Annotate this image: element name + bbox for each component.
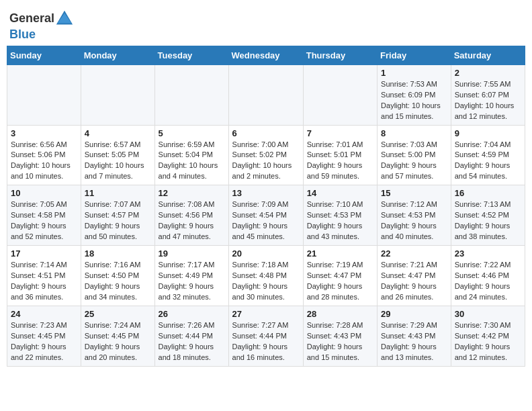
calendar-cell: 8Sunrise: 7:03 AMSunset: 5:00 PMDaylight… [378,125,451,185]
day-number: 3 [11,128,77,138]
weekday-header-wednesday: Wednesday [228,46,303,64]
calendar-cell: 2Sunrise: 7:55 AMSunset: 6:07 PMDaylight… [451,64,525,125]
day-info: Sunrise: 7:00 AMSunset: 5:02 PMDaylight:… [232,140,300,183]
logo: General Blue [9,9,75,42]
calendar-cell: 5Sunrise: 6:59 AMSunset: 5:04 PMDaylight… [154,125,228,185]
logo-icon [55,9,74,28]
day-info: Sunrise: 7:05 AMSunset: 4:58 PMDaylight:… [11,199,77,242]
day-number: 17 [11,248,77,259]
calendar-cell: 7Sunrise: 7:01 AMSunset: 5:01 PMDaylight… [303,125,377,185]
calendar-cell: 20Sunrise: 7:18 AMSunset: 4:48 PMDayligh… [228,246,303,306]
day-info: Sunrise: 7:12 AMSunset: 4:53 PMDaylight:… [381,199,447,242]
day-number: 18 [85,248,151,259]
calendar-cell: 17Sunrise: 7:14 AMSunset: 4:51 PMDayligh… [7,246,81,306]
page-header: General Blue [7,7,525,42]
day-number: 14 [307,188,373,198]
day-number: 25 [85,309,151,319]
day-info: Sunrise: 7:30 AMSunset: 4:42 PMDaylight:… [455,320,521,363]
day-number: 28 [307,309,373,319]
calendar-week-5: 24Sunrise: 7:23 AMSunset: 4:45 PMDayligh… [7,306,525,366]
day-number: 6 [232,128,300,138]
day-info: Sunrise: 7:07 AMSunset: 4:57 PMDaylight:… [85,199,151,242]
day-info: Sunrise: 7:23 AMSunset: 4:45 PMDaylight:… [11,320,77,363]
day-number: 2 [455,68,521,78]
day-number: 30 [455,309,521,319]
calendar-cell [228,64,303,125]
day-number: 7 [307,128,373,138]
calendar-cell: 22Sunrise: 7:21 AMSunset: 4:47 PMDayligh… [378,246,451,306]
calendar-week-2: 3Sunrise: 6:56 AMSunset: 5:06 PMDaylight… [7,125,525,185]
calendar-header-row: SundayMondayTuesdayWednesdayThursdayFrid… [7,46,525,64]
calendar-cell: 18Sunrise: 7:16 AMSunset: 4:50 PMDayligh… [81,246,154,306]
day-number: 12 [159,188,225,198]
calendar-cell: 29Sunrise: 7:29 AMSunset: 4:43 PMDayligh… [378,306,451,366]
calendar-cell: 28Sunrise: 7:28 AMSunset: 4:43 PMDayligh… [303,306,377,366]
day-info: Sunrise: 7:19 AMSunset: 4:47 PMDaylight:… [307,260,373,303]
day-info: Sunrise: 7:53 AMSunset: 6:09 PMDaylight:… [381,79,447,122]
day-info: Sunrise: 7:24 AMSunset: 4:45 PMDaylight:… [85,320,151,363]
calendar-cell: 9Sunrise: 7:04 AMSunset: 4:59 PMDaylight… [451,125,525,185]
day-info: Sunrise: 7:26 AMSunset: 4:44 PMDaylight:… [159,320,225,363]
calendar-cell: 24Sunrise: 7:23 AMSunset: 4:45 PMDayligh… [7,306,81,366]
calendar-cell: 6Sunrise: 7:00 AMSunset: 5:02 PMDaylight… [228,125,303,185]
day-number: 5 [159,128,225,138]
day-number: 26 [159,309,225,319]
calendar-cell [154,64,228,125]
calendar-table: SundayMondayTuesdayWednesdayThursdayFrid… [7,46,525,367]
day-number: 10 [11,188,77,198]
svg-marker-1 [58,13,72,24]
day-info: Sunrise: 7:55 AMSunset: 6:07 PMDaylight:… [455,79,521,122]
calendar-cell: 13Sunrise: 7:09 AMSunset: 4:54 PMDayligh… [228,185,303,246]
day-info: Sunrise: 7:01 AMSunset: 5:01 PMDaylight:… [307,140,373,183]
day-number: 13 [232,188,300,198]
day-info: Sunrise: 7:18 AMSunset: 4:48 PMDaylight:… [232,260,300,303]
day-info: Sunrise: 7:28 AMSunset: 4:43 PMDaylight:… [307,320,373,363]
day-number: 24 [11,309,77,319]
logo-general: General [9,11,54,25]
calendar-cell: 27Sunrise: 7:27 AMSunset: 4:44 PMDayligh… [228,306,303,366]
calendar-cell: 19Sunrise: 7:17 AMSunset: 4:49 PMDayligh… [154,246,228,306]
day-info: Sunrise: 7:03 AMSunset: 5:00 PMDaylight:… [381,140,447,183]
day-info: Sunrise: 6:56 AMSunset: 5:06 PMDaylight:… [11,140,77,183]
calendar-week-1: 1Sunrise: 7:53 AMSunset: 6:09 PMDaylight… [7,64,525,125]
day-info: Sunrise: 7:09 AMSunset: 4:54 PMDaylight:… [232,199,300,242]
calendar-week-4: 17Sunrise: 7:14 AMSunset: 4:51 PMDayligh… [7,246,525,306]
weekday-header-saturday: Saturday [451,46,525,64]
day-number: 20 [232,248,300,259]
day-number: 8 [381,128,447,138]
day-info: Sunrise: 6:59 AMSunset: 5:04 PMDaylight:… [159,140,225,183]
day-info: Sunrise: 7:21 AMSunset: 4:47 PMDaylight:… [381,260,447,303]
calendar-cell: 16Sunrise: 7:13 AMSunset: 4:52 PMDayligh… [451,185,525,246]
day-number: 1 [381,68,447,78]
day-info: Sunrise: 7:17 AMSunset: 4:49 PMDaylight:… [159,260,225,303]
calendar-cell: 25Sunrise: 7:24 AMSunset: 4:45 PMDayligh… [81,306,154,366]
day-info: Sunrise: 6:57 AMSunset: 5:05 PMDaylight:… [85,140,151,183]
day-number: 11 [85,188,151,198]
calendar-cell: 30Sunrise: 7:30 AMSunset: 4:42 PMDayligh… [451,306,525,366]
weekday-header-sunday: Sunday [7,46,81,64]
day-number: 22 [381,248,447,259]
calendar-cell: 10Sunrise: 7:05 AMSunset: 4:58 PMDayligh… [7,185,81,246]
day-info: Sunrise: 7:04 AMSunset: 4:59 PMDaylight:… [455,140,521,183]
logo-blue: Blue [9,28,36,41]
calendar-cell: 23Sunrise: 7:22 AMSunset: 4:46 PMDayligh… [451,246,525,306]
day-number: 4 [85,128,151,138]
calendar-cell: 21Sunrise: 7:19 AMSunset: 4:47 PMDayligh… [303,246,377,306]
day-number: 29 [381,309,447,319]
weekday-header-monday: Monday [81,46,154,64]
calendar-cell [303,64,377,125]
day-info: Sunrise: 7:08 AMSunset: 4:56 PMDaylight:… [159,199,225,242]
calendar-cell [7,64,81,125]
day-number: 16 [455,188,521,198]
weekday-header-tuesday: Tuesday [154,46,228,64]
day-info: Sunrise: 7:22 AMSunset: 4:46 PMDaylight:… [455,260,521,303]
calendar-cell [81,64,154,125]
day-number: 23 [455,248,521,259]
weekday-header-thursday: Thursday [303,46,377,64]
day-info: Sunrise: 7:10 AMSunset: 4:53 PMDaylight:… [307,199,373,242]
day-info: Sunrise: 7:29 AMSunset: 4:43 PMDaylight:… [381,320,447,363]
day-number: 19 [159,248,225,259]
day-info: Sunrise: 7:27 AMSunset: 4:44 PMDaylight:… [232,320,300,363]
day-number: 27 [232,309,300,319]
day-number: 15 [381,188,447,198]
